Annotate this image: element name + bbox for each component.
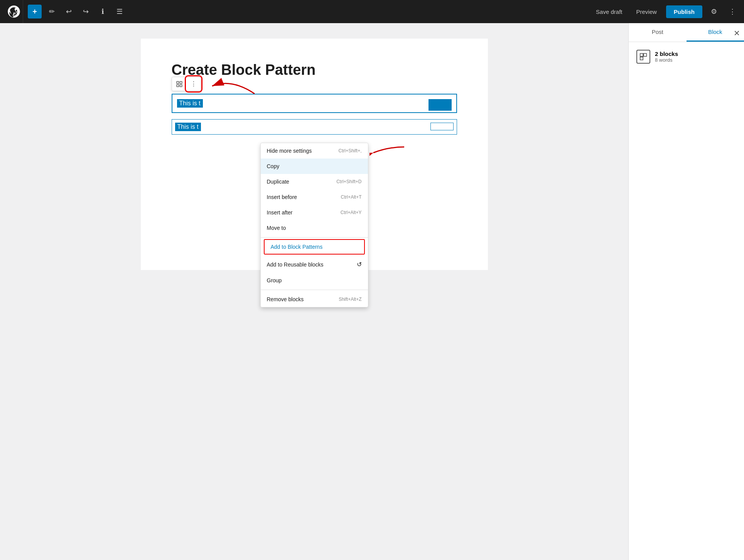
menu-copy[interactable]: Copy: [261, 159, 368, 174]
menu-move-to[interactable]: Move to: [261, 220, 368, 236]
svg-rect-1: [180, 81, 182, 83]
menu-hide-settings[interactable]: Hide more settings Ctrl+Shift+,: [261, 143, 368, 159]
tools-button[interactable]: ✏: [45, 5, 59, 19]
svg-rect-7: [644, 54, 647, 57]
settings-button[interactable]: ⚙: [707, 5, 721, 19]
wp-logo: [5, 0, 23, 23]
save-draft-button[interactable]: Save draft: [591, 6, 627, 17]
preview-button[interactable]: Preview: [631, 6, 661, 17]
undo-button[interactable]: ↩: [62, 5, 76, 19]
blocks-icon: [636, 50, 650, 64]
menu-group[interactable]: Group: [261, 273, 368, 288]
right-panel: Post Block ✕ 2 blocks 8 words: [628, 23, 744, 560]
block-2[interactable]: This is t: [172, 119, 457, 135]
words-count: 8 words: [655, 57, 678, 63]
block-toolbar: ⋮: [172, 77, 201, 91]
menu-insert-after[interactable]: Insert after Ctrl+Alt+Y: [261, 205, 368, 220]
block-type-button[interactable]: [172, 78, 187, 91]
editor-canvas: Create Block Pattern ⋮: [141, 39, 488, 270]
panel-close-button[interactable]: ✕: [730, 25, 744, 42]
more-options-block-button[interactable]: ⋮: [187, 77, 201, 91]
publish-button[interactable]: Publish: [666, 5, 702, 18]
panel-tabs: Post Block ✕: [629, 23, 744, 42]
menu-add-to-block-patterns[interactable]: Add to Block Patterns: [264, 239, 365, 255]
toolbar: + ✏ ↩ ↪ ℹ ☰ Save draft Preview Publish ⚙…: [0, 0, 744, 23]
block-1-text: This is t: [177, 99, 203, 108]
redo-button[interactable]: ↪: [79, 5, 93, 19]
add-block-button[interactable]: +: [28, 5, 42, 19]
svg-rect-0: [177, 81, 179, 83]
reusable-icon: ↺: [357, 261, 362, 268]
list-view-button[interactable]: ☰: [113, 5, 127, 19]
main-layout: Create Block Pattern ⋮: [0, 23, 744, 560]
menu-add-reusable[interactable]: Add to Reusable blocks ↺: [261, 256, 368, 273]
context-menu: Hide more settings Ctrl+Shift+, Copy Dup…: [260, 143, 368, 307]
blocks-text: 2 blocks 8 words: [655, 51, 678, 63]
block-2-text: This is t: [175, 123, 201, 131]
editor-area: Create Block Pattern ⋮: [0, 23, 628, 560]
menu-remove-blocks[interactable]: Remove blocks Shift+Alt+Z: [261, 292, 368, 307]
blocks-count: 2 blocks: [655, 51, 678, 57]
menu-insert-before[interactable]: Insert before Ctrl+Alt+T: [261, 189, 368, 205]
svg-rect-6: [640, 54, 643, 57]
svg-rect-3: [180, 84, 182, 86]
panel-content: 2 blocks 8 words: [629, 42, 744, 71]
more-options-button[interactable]: ⋮: [725, 5, 739, 19]
info-button[interactable]: ℹ: [96, 5, 110, 19]
block-1[interactable]: This is t: [172, 94, 457, 113]
svg-rect-8: [640, 57, 643, 60]
post-title[interactable]: Create Block Pattern: [172, 62, 457, 78]
svg-rect-2: [177, 84, 179, 86]
tab-post[interactable]: Post: [629, 23, 687, 42]
blocks-info: 2 blocks 8 words: [636, 50, 736, 64]
menu-duplicate[interactable]: Duplicate Ctrl+Shift+D: [261, 174, 368, 189]
